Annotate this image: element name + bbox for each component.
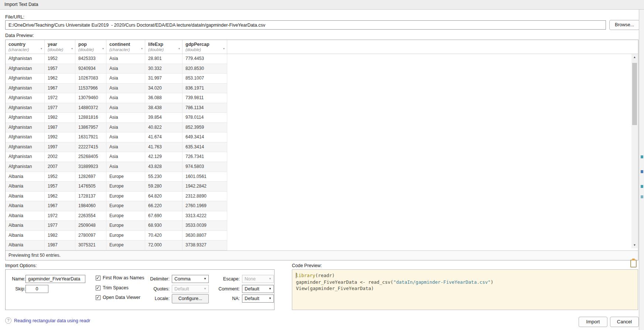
table-cell: Afghanistan bbox=[6, 103, 45, 113]
table-row: Albania19772509048Europe68.9303533.0039 bbox=[6, 221, 227, 231]
column-header-year: year(double)▾ bbox=[45, 40, 75, 54]
trim-spaces-checkbox[interactable]: ✓ Trim Spaces bbox=[96, 285, 129, 290]
na-select[interactable]: Default ▼ bbox=[242, 294, 274, 303]
table-cell: Asia bbox=[106, 84, 145, 93]
import-button[interactable]: Import bbox=[579, 317, 607, 327]
scrollbar-thumb[interactable] bbox=[632, 63, 637, 125]
column-name: lifeExp bbox=[148, 42, 179, 47]
locale-configure-button[interactable]: Configure... bbox=[172, 294, 209, 303]
table-cell: 1997 bbox=[45, 142, 75, 152]
help-link[interactable]: Reading rectangular data using readr bbox=[14, 318, 90, 323]
escape-select: None ▼ bbox=[242, 275, 274, 283]
preview-vertical-scrollbar[interactable]: ▲ ▼ bbox=[631, 54, 638, 248]
column-type-dropdown-icon[interactable]: ▾ bbox=[223, 47, 225, 50]
code-line: gapminder_FiveYearData <- read_csv("data… bbox=[296, 279, 638, 286]
scroll-up-icon[interactable]: ▲ bbox=[631, 54, 638, 60]
import-options-label: Import Options: bbox=[5, 263, 37, 268]
chevron-down-icon: ▼ bbox=[204, 275, 207, 283]
table-cell: Asia bbox=[106, 113, 145, 122]
chevron-down-icon: ▼ bbox=[204, 285, 207, 293]
browse-button[interactable]: Browse... bbox=[609, 20, 640, 30]
skip-input[interactable] bbox=[25, 285, 48, 293]
code-token-plain: (readr) bbox=[315, 273, 335, 278]
code-token-plain: gapminder_FiveYearData <- read_csv( bbox=[296, 279, 393, 285]
column-type: (double) bbox=[48, 47, 72, 52]
name-input[interactable] bbox=[25, 275, 85, 283]
column-header-gdpPercap: gdpPercap(double)▾ bbox=[183, 40, 227, 54]
table-cell: 2509048 bbox=[75, 221, 106, 230]
column-type-dropdown-icon[interactable]: ▾ bbox=[41, 47, 42, 50]
table-cell: 55.230 bbox=[145, 172, 183, 182]
column-type: (character) bbox=[109, 47, 142, 52]
cancel-button[interactable]: Cancel bbox=[610, 317, 639, 327]
table-cell: 1282697 bbox=[75, 172, 106, 182]
table-cell: Albania bbox=[6, 221, 45, 230]
first-row-as-names-checkbox[interactable]: ✓ First Row as Names bbox=[96, 275, 144, 280]
table-cell: Asia bbox=[106, 162, 145, 172]
escape-label: Escape: bbox=[213, 276, 240, 282]
checkbox-checked-icon: ✓ bbox=[96, 276, 100, 280]
table-cell: 11537966 bbox=[75, 84, 106, 93]
table-cell: 1977 bbox=[45, 221, 75, 230]
table-cell: 1972 bbox=[45, 211, 75, 221]
delimiter-value: Comma bbox=[174, 275, 191, 283]
table-cell: Afghanistan bbox=[6, 54, 45, 64]
help-icon[interactable]: ? bbox=[5, 317, 11, 324]
table-cell: Afghanistan bbox=[6, 152, 45, 162]
comment-select[interactable]: Default ▼ bbox=[242, 285, 274, 293]
chevron-down-icon: ▼ bbox=[269, 275, 272, 283]
table-row: Afghanistan198212881816Asia39.854978.011… bbox=[6, 113, 227, 123]
scroll-down-icon[interactable]: ▼ bbox=[631, 242, 638, 248]
table-cell: 1957 bbox=[45, 182, 75, 191]
escape-value: None bbox=[245, 275, 256, 283]
table-cell: 22227415 bbox=[75, 142, 106, 152]
file-url-input[interactable] bbox=[5, 20, 606, 30]
table-row: Albania19521282697Europe55.2301601.0561 bbox=[6, 172, 227, 182]
table-cell: 39.854 bbox=[145, 113, 183, 122]
table-cell: 2760.1969 bbox=[183, 201, 227, 211]
table-cell: 13079460 bbox=[75, 93, 106, 103]
open-data-viewer-checkbox[interactable]: ✓ Open Data Viewer bbox=[96, 295, 140, 300]
code-preview-editor[interactable]: library(readr)gapminder_FiveYearData <- … bbox=[292, 269, 638, 310]
column-header-country: country(character)▾ bbox=[6, 40, 45, 54]
skip-label: Skip: bbox=[8, 286, 25, 292]
table-cell: 1972 bbox=[45, 93, 75, 103]
table-cell: 1987 bbox=[45, 240, 75, 250]
comment-label: Comment: bbox=[213, 286, 240, 292]
quotes-select: Default ▼ bbox=[172, 285, 209, 293]
quotes-value: Default bbox=[174, 285, 189, 293]
column-type-dropdown-icon[interactable]: ▾ bbox=[141, 47, 143, 50]
table-cell: 1967 bbox=[45, 201, 75, 211]
table-row: Afghanistan199216317921Asia41.674649.341… bbox=[6, 132, 227, 142]
chevron-down-icon: ▼ bbox=[269, 295, 272, 302]
comment-value: Default bbox=[245, 285, 259, 293]
table-row: Albania19822780097Europe70.4203630.8807 bbox=[6, 231, 227, 241]
copy-code-clipboard-icon[interactable] bbox=[630, 260, 637, 267]
table-cell: 1957 bbox=[45, 64, 75, 74]
column-type-dropdown-icon[interactable]: ▾ bbox=[102, 47, 104, 50]
table-row: Afghanistan197213079460Asia36.088739.981… bbox=[6, 93, 227, 103]
table-cell: 42.129 bbox=[145, 152, 183, 162]
table-row: Afghanistan199722227415Asia41.763635.341… bbox=[6, 142, 227, 152]
table-cell: 34.020 bbox=[145, 84, 183, 93]
table-cell: 2780097 bbox=[75, 231, 106, 240]
table-cell: Afghanistan bbox=[6, 93, 45, 103]
checkbox-label: Trim Spaces bbox=[103, 285, 129, 290]
code-line: library(readr) bbox=[296, 272, 638, 279]
locale-label: Locale: bbox=[142, 296, 170, 301]
column-type-dropdown-icon[interactable]: ▾ bbox=[178, 47, 180, 50]
column-type: (double) bbox=[78, 47, 103, 52]
data-preview-table: country(character)▾year(double)▾pop(doub… bbox=[5, 40, 638, 260]
table-cell: 36.088 bbox=[145, 93, 183, 103]
delimiter-select[interactable]: Comma ▼ bbox=[172, 275, 209, 283]
table-row: Afghanistan200225268405Asia42.129726.734… bbox=[6, 152, 227, 162]
table-cell: Afghanistan bbox=[6, 132, 45, 142]
table-cell: 43.828 bbox=[145, 162, 183, 172]
checkbox-label: Open Data Viewer bbox=[103, 295, 140, 300]
table-cell: 13867957 bbox=[75, 123, 106, 132]
table-cell: Europe bbox=[106, 240, 145, 250]
table-cell: Afghanistan bbox=[6, 84, 45, 93]
column-type-dropdown-icon[interactable]: ▾ bbox=[71, 47, 73, 50]
table-cell: 70.420 bbox=[145, 231, 183, 240]
table-cell: 3313.4222 bbox=[183, 211, 227, 221]
